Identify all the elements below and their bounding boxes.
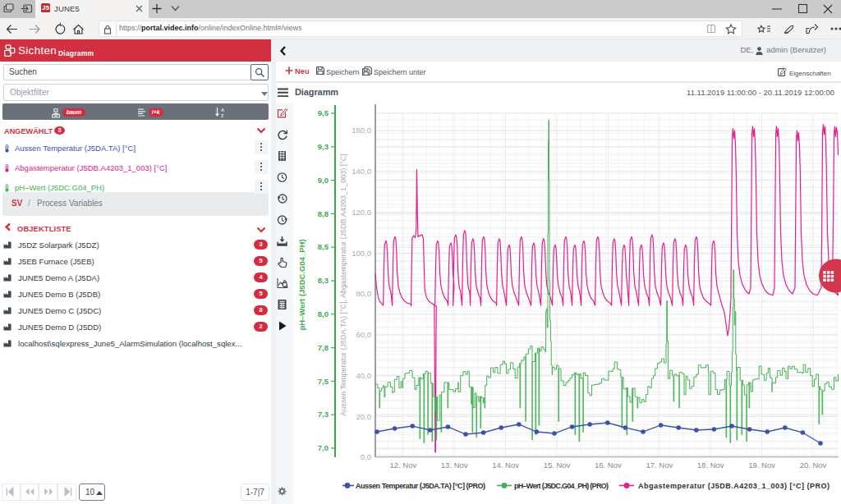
svg-text:Aussen Temperatur (J5DA.TA) [°: Aussen Temperatur (J5DA.TA) [°C], Abgast… [339,153,347,416]
svg-text:40,0: 40,0 [356,371,372,380]
svg-text:13. Nov: 13. Nov [441,460,468,470]
svg-text:19. Nov: 19. Nov [748,460,775,470]
svg-text:8,3: 8,3 [318,276,329,285]
svg-text:160,0: 160,0 [352,126,371,135]
svg-text:Z: Z [221,113,224,118]
svg-text:120,0: 120,0 [352,208,371,217]
svg-text:8,0: 8,0 [318,309,329,318]
svg-text:7,8: 7,8 [318,343,329,352]
svg-text:7,0: 7,0 [318,443,329,452]
svg-text:8,5: 8,5 [318,242,329,251]
svg-text:7,5: 7,5 [318,377,329,386]
svg-text:18. Nov: 18. Nov [697,460,724,470]
svg-text:9,3: 9,3 [318,142,329,151]
svg-text:20,0: 20,0 [356,412,372,421]
svg-text:8,8: 8,8 [318,209,329,218]
svg-text:9,0: 9,0 [318,176,329,185]
svg-text:100,0: 100,0 [352,249,371,258]
svg-text:Abgastemperatur (J5DB.A4203_1_: Abgastemperatur (J5DB.A4203_1_003) [°C] … [638,482,830,490]
svg-text:7,3: 7,3 [318,410,329,419]
svg-text:140,0: 140,0 [352,167,371,176]
svg-text:16. Nov: 16. Nov [595,460,622,470]
svg-text:pH–Wert (J5DC.G04_PH) (PRO): pH–Wert (J5DC.G04_PH) (PRO) [514,482,609,490]
svg-text:17. Nov: 17. Nov [646,460,673,470]
svg-text:0,0: 0,0 [361,452,371,461]
svg-text:14. Nov: 14. Nov [492,460,519,470]
svg-text:15. Nov: 15. Nov [544,460,571,470]
svg-text:A: A [221,108,224,112]
svg-text:60,0: 60,0 [356,330,372,339]
svg-text:20. Nov: 20. Nov [800,460,827,470]
svg-text:Aussen Temperatur (J5DA.TA) [°: Aussen Temperatur (J5DA.TA) [°C] (PRO) [356,482,485,490]
svg-text:9,5: 9,5 [318,108,329,117]
svg-text:12. Nov: 12. Nov [389,460,416,470]
svg-text:pH–Wert (J5DC.G04_PH): pH–Wert (J5DC.G04_PH) [297,239,306,330]
svg-text:80,0: 80,0 [356,289,372,298]
